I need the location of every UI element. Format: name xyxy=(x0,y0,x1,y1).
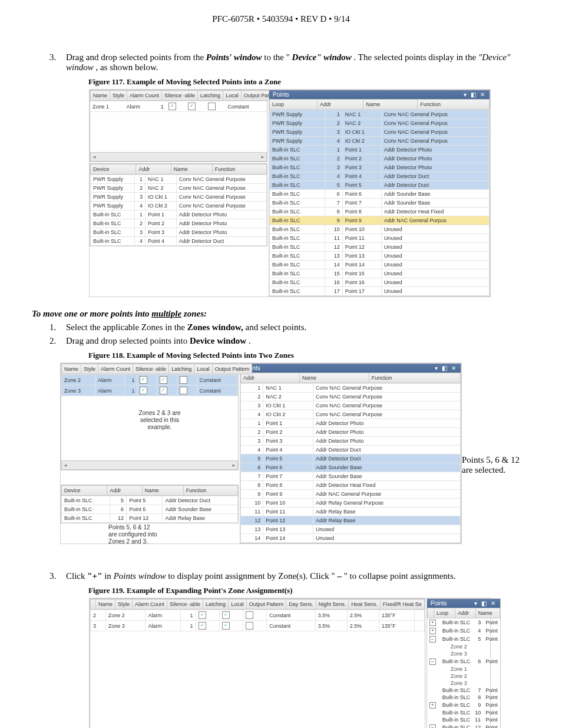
points-window[interactable]: Points▾ ◧ ✕ AddrNameFunction 1NAC 1Conv … xyxy=(240,363,461,543)
col-header[interactable]: Name xyxy=(363,100,418,110)
zones-window[interactable]: NameStyleAlarm CountSilence -ableLatchin… xyxy=(61,363,239,470)
expander-icon[interactable]: + xyxy=(429,628,436,634)
figure-118: NameStyleAlarm CountSilence -ableLatchin… xyxy=(60,363,462,544)
col-header[interactable]: Function xyxy=(183,486,237,496)
annotation: Points 5, 6 & 12 are configured into Zon… xyxy=(108,524,197,545)
col-header[interactable]: Name xyxy=(91,91,110,101)
step-num: 2. xyxy=(49,336,66,346)
t: " to collapse point assignments. xyxy=(344,571,456,581)
expander-icon[interactable]: – xyxy=(429,724,436,728)
checkbox-icon[interactable] xyxy=(160,376,167,384)
window-buttons[interactable]: ▾ ◧ ✕ xyxy=(474,600,497,607)
expander-icon[interactable]: + xyxy=(429,702,436,709)
col-header[interactable]: Local xyxy=(194,364,213,374)
checkbox-icon[interactable] xyxy=(140,387,147,394)
step-text: Click "+" in Points window to display po… xyxy=(66,571,530,581)
t: . The selected points display in the xyxy=(354,52,478,62)
checkbox-icon[interactable] xyxy=(246,611,253,619)
t: Device" window xyxy=(292,52,352,62)
t: , as shown below. xyxy=(95,62,158,72)
t: Device window xyxy=(190,336,246,345)
col-header[interactable]: Addr xyxy=(241,373,300,383)
col-header[interactable]: Name xyxy=(96,599,115,610)
scrollbar[interactable]: ◄► xyxy=(61,460,238,470)
t: . xyxy=(249,336,251,345)
figure-119: NameStyleAlarm CountSilence -ableLatchin… xyxy=(89,598,491,728)
col-header[interactable]: Function xyxy=(418,100,490,110)
t: to display point assignment by Zone(s). … xyxy=(168,571,335,581)
col-header[interactable]: Function xyxy=(212,164,266,174)
t: multiple xyxy=(151,309,181,318)
checkbox-icon[interactable] xyxy=(180,387,187,394)
t: Points window xyxy=(114,571,166,581)
col-header[interactable]: Style xyxy=(110,91,127,101)
col-header[interactable]: Loop xyxy=(270,100,318,110)
checkbox-icon[interactable] xyxy=(140,376,147,384)
checkbox-icon[interactable] xyxy=(199,622,206,630)
col-header[interactable]: Function xyxy=(369,373,460,383)
scrollbar[interactable]: ◄► xyxy=(90,152,267,162)
col-header[interactable]: Silence -able xyxy=(162,91,198,101)
checkbox-icon[interactable] xyxy=(188,103,196,110)
callout: Points 5, 6 & 12 are selected. xyxy=(462,455,520,475)
checkbox-icon[interactable] xyxy=(160,387,167,394)
col-header[interactable]: Addr xyxy=(455,608,476,618)
figure-117: NameStyleAlarm CountSilence -ableLatchin… xyxy=(89,89,491,297)
col-header[interactable]: Silence -able xyxy=(167,599,203,610)
device-window[interactable]: DeviceAddrNameFunction PWR Supply1NAC 1C… xyxy=(90,163,267,246)
col-header[interactable]: Latching xyxy=(169,364,194,374)
t: Click xyxy=(66,571,87,581)
window-buttons[interactable]: ▾ ◧ ✕ xyxy=(435,365,457,371)
zones-window[interactable]: NameStyleAlarm CountSilence -ableLatchin… xyxy=(90,90,267,162)
checkbox-icon[interactable] xyxy=(208,103,216,110)
col-header[interactable]: Alarm Count xyxy=(127,91,162,101)
col-header[interactable] xyxy=(91,599,96,610)
col-header[interactable]: Night Sens. xyxy=(316,599,349,610)
col-header[interactable]: Alarm Count xyxy=(98,364,133,374)
step-text: Drag and drop selected points into Devic… xyxy=(66,336,530,346)
col-header[interactable]: Style xyxy=(81,364,98,374)
col-header[interactable]: Alarm Count xyxy=(133,599,167,610)
col-header[interactable]: Name xyxy=(142,486,183,496)
t: Drag and drop selected points from the xyxy=(66,52,206,62)
col-header[interactable]: Output Pattern xyxy=(212,364,252,374)
points-window[interactable]: Points▾ ◧ ✕ LoopAddrNameFunction PWR Sup… xyxy=(269,90,490,297)
col-header[interactable]: Name xyxy=(299,373,369,383)
col-header[interactable]: Name xyxy=(171,164,212,174)
col-header[interactable]: Latching xyxy=(198,91,223,101)
col-header[interactable]: Addr xyxy=(136,164,171,174)
checkbox-icon[interactable] xyxy=(222,622,230,630)
expander-icon[interactable]: – xyxy=(429,658,436,665)
expander-icon[interactable]: – xyxy=(429,636,436,643)
col-header[interactable]: Name xyxy=(475,608,500,618)
col-header[interactable]: Latching xyxy=(203,599,229,610)
col-header[interactable]: Addr xyxy=(318,100,363,110)
col-header[interactable]: Style xyxy=(115,599,133,610)
checkbox-icon[interactable] xyxy=(199,611,206,619)
checkbox-icon[interactable] xyxy=(180,376,187,384)
checkbox-icon[interactable] xyxy=(246,622,253,630)
step-num: 3. xyxy=(49,52,66,73)
col-header[interactable] xyxy=(427,608,434,618)
window-buttons[interactable]: ▾ ◧ ✕ xyxy=(464,91,486,98)
checkbox-icon[interactable] xyxy=(222,611,230,619)
t: and select points. xyxy=(246,322,307,332)
col-header[interactable]: Device xyxy=(91,164,136,174)
col-header[interactable]: Local xyxy=(229,599,247,610)
col-header[interactable]: Addr xyxy=(107,486,142,496)
points-window[interactable]: Points▾ ◧ ✕ LoopAddrName +Built-in SLC3P… xyxy=(427,598,501,728)
col-header[interactable]: Device xyxy=(62,486,107,496)
col-header[interactable]: Loop xyxy=(434,608,455,618)
expander-icon[interactable]: + xyxy=(429,620,436,626)
col-header[interactable]: Fixed/R Heat Se xyxy=(380,599,424,610)
t: are configured into xyxy=(108,531,197,538)
col-header[interactable]: Output Pattern xyxy=(246,599,286,610)
col-header[interactable]: Name xyxy=(62,364,81,374)
device-window[interactable]: DeviceAddrNameFunction Built-in SLC5Poin… xyxy=(61,485,239,523)
col-header[interactable]: Silence -able xyxy=(133,364,169,374)
zones-window[interactable]: NameStyleAlarm CountSilence -ableLatchin… xyxy=(90,598,425,728)
col-header[interactable]: Local xyxy=(223,91,242,101)
col-header[interactable]: Day Sens. xyxy=(286,599,316,610)
col-header[interactable]: Heat Sens. xyxy=(349,599,381,610)
checkbox-icon[interactable] xyxy=(168,103,176,110)
